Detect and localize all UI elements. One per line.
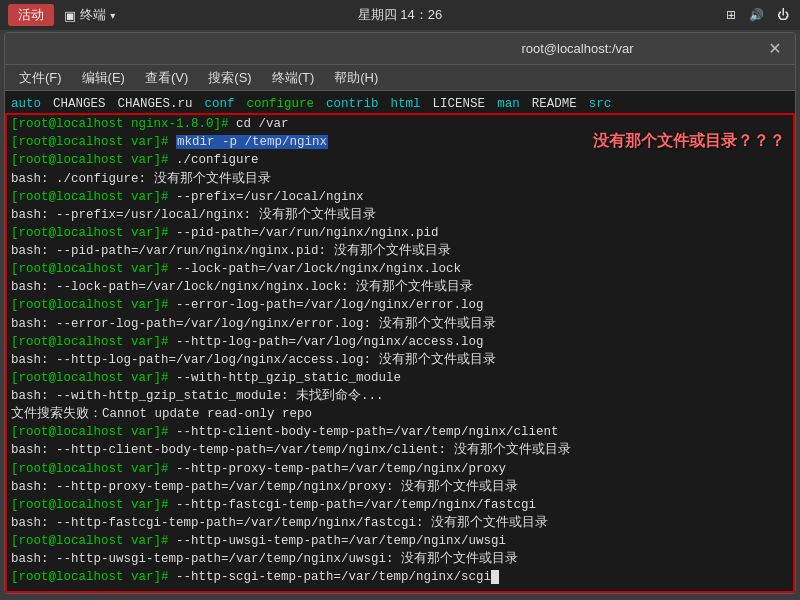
- file-changes-ru: CHANGES.ru: [118, 95, 193, 113]
- file-src: src: [589, 95, 612, 113]
- terminal-line-18: [root@localhost var]# --http-client-body…: [11, 423, 789, 441]
- terminal-line-6: bash: --prefix=/usr/local/nginx: 没有那个文件或…: [11, 206, 789, 224]
- terminal-line-22: [root@localhost var]# --http-fastcgi-tem…: [11, 496, 789, 514]
- terminal-line-23: bash: --http-fastcgi-temp-path=/var/temp…: [11, 514, 789, 532]
- terminal-line-5: [root@localhost var]# --prefix=/usr/loca…: [11, 188, 789, 206]
- terminal-line-9: [root@localhost var]# --lock-path=/var/l…: [11, 260, 789, 278]
- file-configure: configure: [247, 95, 315, 113]
- close-button[interactable]: ✕: [765, 39, 785, 59]
- terminal-taskbar-button[interactable]: ▣ 终端 ▾: [64, 6, 115, 24]
- menu-terminal[interactable]: 终端(T): [264, 67, 323, 89]
- terminal-lines: [root@localhost nginx-1.8.0]# cd /var[ro…: [11, 115, 789, 586]
- menu-view[interactable]: 查看(V): [137, 67, 196, 89]
- volume-icon: 🔊: [748, 6, 766, 24]
- file-html: html: [391, 95, 421, 113]
- window-title: root@localhost:/var: [390, 41, 765, 56]
- chevron-down-icon: ▾: [110, 10, 115, 21]
- terminal-icon: ▣: [64, 8, 76, 23]
- file-conf: conf: [205, 95, 235, 113]
- activities-button[interactable]: 活动: [8, 4, 54, 26]
- terminal-body[interactable]: auto CHANGES CHANGES.ru conf configure c…: [5, 91, 795, 593]
- terminal-line-13: [root@localhost var]# --http-log-path=/v…: [11, 333, 789, 351]
- terminal-line-19: bash: --http-client-body-temp-path=/var/…: [11, 441, 789, 459]
- terminal-line-7: [root@localhost var]# --pid-path=/var/ru…: [11, 224, 789, 242]
- terminal-line-1: [root@localhost nginx-1.8.0]# cd /var: [11, 115, 789, 133]
- terminal-line-3: [root@localhost var]# ./configure: [11, 151, 789, 169]
- top-bar: 活动 ▣ 终端 ▾ 星期四 14：26 ⊞ 🔊 ⏻: [0, 0, 800, 30]
- terminal-window: root@localhost:/var ✕ 文件(F) 编辑(E) 查看(V) …: [4, 32, 796, 594]
- power-icon: ⏻: [774, 6, 792, 24]
- file-contrib: contrib: [326, 95, 379, 113]
- terminal-line-25: bash: --http-uwsgi-temp-path=/var/temp/n…: [11, 550, 789, 568]
- network-icon: ⊞: [722, 6, 740, 24]
- terminal-line-20: [root@localhost var]# --http-proxy-temp-…: [11, 460, 789, 478]
- file-man: man: [497, 95, 520, 113]
- terminal-line-2: [root@localhost var]# mkdir -p /temp/ngi…: [11, 133, 789, 151]
- terminal-line-11: [root@localhost var]# --error-log-path=/…: [11, 296, 789, 314]
- file-license: LICENSE: [433, 95, 486, 113]
- terminal-line-24: [root@localhost var]# --http-uwsgi-temp-…: [11, 532, 789, 550]
- file-changes: CHANGES: [53, 95, 106, 113]
- terminal-line-4: bash: ./configure: 没有那个文件或目录: [11, 170, 789, 188]
- terminal-line-17: 文件搜索失败：Cannot update read-only repo: [11, 405, 789, 423]
- top-bar-right: ⊞ 🔊 ⏻: [531, 6, 792, 24]
- terminal-line-12: bash: --error-log-path=/var/log/nginx/er…: [11, 315, 789, 333]
- menu-bar: 文件(F) 编辑(E) 查看(V) 搜索(S) 终端(T) 帮助(H): [5, 65, 795, 91]
- terminal-line-16: bash: --with-http_gzip_static_module: 未找…: [11, 387, 789, 405]
- title-bar: root@localhost:/var ✕: [5, 33, 795, 65]
- terminal-line-14: bash: --http-log-path=/var/log/nginx/acc…: [11, 351, 789, 369]
- terminal-line-21: bash: --http-proxy-temp-path=/var/temp/n…: [11, 478, 789, 496]
- terminal-line-15: [root@localhost var]# --with-http_gzip_s…: [11, 369, 789, 387]
- file-readme: README: [532, 95, 577, 113]
- menu-edit[interactable]: 编辑(E): [74, 67, 133, 89]
- top-bar-left: 活动 ▣ 终端 ▾: [8, 4, 269, 26]
- top-bar-clock: 星期四 14：26: [269, 6, 530, 24]
- terminal-line-8: bash: --pid-path=/var/run/nginx/nginx.pi…: [11, 242, 789, 260]
- menu-file[interactable]: 文件(F): [11, 67, 70, 89]
- menu-search[interactable]: 搜索(S): [200, 67, 259, 89]
- file-listing: auto CHANGES CHANGES.ru conf configure c…: [11, 95, 789, 113]
- menu-help[interactable]: 帮助(H): [326, 67, 386, 89]
- terminal-line-26: [root@localhost var]# --http-scgi-temp-p…: [11, 568, 789, 586]
- terminal-line-10: bash: --lock-path=/var/lock/nginx/nginx.…: [11, 278, 789, 296]
- file-auto: auto: [11, 95, 41, 113]
